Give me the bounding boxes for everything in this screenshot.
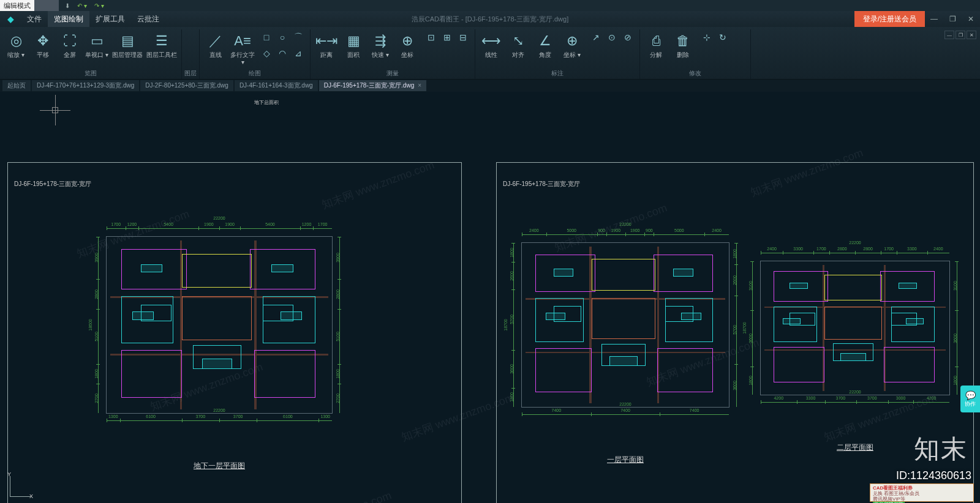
dimension-row: 74007400740022200 bbox=[522, 409, 729, 420]
room bbox=[592, 259, 655, 290]
dimension-value: 2600 bbox=[510, 271, 514, 281]
ribbon-max-icon[interactable]: ❐ bbox=[956, 31, 965, 39]
ribbon-tool[interactable]: ⛶全屏 bbox=[56, 29, 83, 59]
ucs-icon: X Y bbox=[10, 472, 34, 497]
ribbon-small-tool[interactable]: ⊹ bbox=[699, 29, 715, 45]
tool-label: 直线 bbox=[202, 51, 229, 59]
dimension-value: 1200 bbox=[302, 222, 312, 226]
ribbon-small-tool[interactable]: ⊟ bbox=[455, 29, 471, 45]
tool-icon: ／ bbox=[202, 31, 229, 51]
ribbon-small-tool[interactable]: ⊙ bbox=[604, 29, 620, 45]
dimension-value: 900 bbox=[598, 228, 605, 233]
close-button[interactable]: ✕ bbox=[962, 11, 980, 27]
dimension-value: 2400 bbox=[712, 228, 722, 233]
floor-plan-first: 2400500090019001900900500024002220074007… bbox=[521, 242, 729, 438]
dimension-value: 5000 bbox=[567, 228, 576, 233]
furniture bbox=[840, 353, 865, 360]
doc-tab[interactable]: DJ-4F-170+76+113+129-3面宽.dwg bbox=[32, 80, 139, 91]
sheet-frame-1: DJ-6F-195+178-三面宽-宽厅 1700120054001900190… bbox=[7, 162, 462, 503]
ribbon-tool[interactable]: ▤图层管理器 bbox=[110, 29, 145, 59]
ribbon-tool[interactable]: ⊕坐标 bbox=[394, 29, 421, 59]
ribbon-small-tool[interactable]: ◠ bbox=[274, 45, 290, 61]
plan-body: 2400330017002800280017003300240022200420… bbox=[760, 261, 950, 395]
ribbon-small-tool[interactable]: ↻ bbox=[715, 29, 731, 45]
dimension-value: 1800 bbox=[953, 376, 957, 386]
dimension-value: 6100 bbox=[146, 414, 156, 419]
dimension-row: 1800260057003600 bbox=[731, 243, 742, 407]
dimension-value: 1800 bbox=[510, 248, 514, 258]
dimension-row: 1700120054001900190054001200170022200 bbox=[107, 223, 332, 234]
tool-icon: ◎ bbox=[2, 31, 29, 51]
doc-tab[interactable]: DJ-4F-161+164-3面宽.dwg bbox=[235, 80, 318, 91]
minimize-button[interactable]: — bbox=[925, 11, 943, 27]
ribbon-small-tool[interactable]: ⌒ bbox=[290, 29, 306, 45]
dimension-value: 4200 bbox=[927, 396, 937, 400]
undo-icon[interactable]: ↶ ▾ bbox=[74, 2, 91, 9]
ribbon-tool[interactable]: ⟷线性 bbox=[478, 29, 505, 59]
furniture bbox=[681, 313, 701, 321]
tool-label: 角度 bbox=[532, 51, 559, 59]
ribbon-tool[interactable]: A≡多行文字 ▾ bbox=[229, 29, 256, 66]
tool-label: 坐标 bbox=[394, 51, 421, 59]
ribbon-small-tool[interactable]: ↗ bbox=[588, 29, 604, 45]
window-title: 浩辰CAD看图王 - [DJ-6F-195+178-三面宽-宽厅.dwg] bbox=[412, 15, 568, 24]
ribbon-tool[interactable]: ☰图层工具栏 bbox=[145, 29, 179, 59]
menu-item-1[interactable]: 览图绘制 bbox=[48, 11, 89, 27]
menu-item-3[interactable]: 云批注 bbox=[131, 11, 165, 27]
dimension-value: 1900 bbox=[611, 228, 620, 233]
dimension-value: 3100 bbox=[748, 281, 753, 291]
ribbon-tool[interactable]: ⇤⇥距离 bbox=[313, 29, 340, 59]
dimension-value: 3700 bbox=[233, 414, 243, 419]
login-button[interactable]: 登录/注册送会员 bbox=[854, 11, 925, 27]
ribbon-tool[interactable]: ▭单视口 ▾ bbox=[83, 29, 110, 59]
app-logo-icon[interactable]: ◆ bbox=[2, 11, 18, 27]
furniture bbox=[271, 264, 293, 273]
ribbon-tool[interactable]: ⎙分解 bbox=[643, 29, 669, 59]
ribbon-close-icon[interactable]: ✕ bbox=[967, 31, 976, 39]
ribbon-small-tool[interactable]: ◇ bbox=[258, 45, 274, 61]
ribbon-small-tool[interactable]: ⊿ bbox=[290, 45, 306, 61]
qa-save-icon[interactable]: ⬇ bbox=[61, 2, 74, 9]
dimension-row: 39002800510018002700 bbox=[334, 237, 345, 413]
dimension-value: 3300 bbox=[793, 247, 803, 251]
ribbon-tool[interactable]: ⤡对齐 bbox=[505, 29, 532, 59]
doc-tab[interactable]: DJ-2F-80+125+80-三面宽.dwg bbox=[140, 80, 233, 91]
ribbon-tool[interactable]: ∠角度 bbox=[532, 29, 559, 59]
furniture bbox=[281, 311, 303, 320]
doc-tab[interactable]: DJ-6F-195+178-三面宽-宽厅.dwg× bbox=[319, 80, 426, 91]
furniture bbox=[899, 283, 917, 289]
dimension-value: 5100 bbox=[336, 332, 340, 342]
tab-close-icon[interactable]: × bbox=[418, 82, 421, 89]
ribbon-tool[interactable]: ⇶快速 ▾ bbox=[367, 29, 394, 59]
room bbox=[182, 254, 252, 288]
sheet-title-2: DJ-6F-195+178-三面宽-宽厅 bbox=[503, 180, 580, 188]
ribbon-tool[interactable]: ⊕坐标 ▾ bbox=[559, 29, 586, 59]
ribbon-small-tool[interactable]: ⊡ bbox=[423, 29, 439, 45]
ribbon-tool[interactable]: 🗑删除 bbox=[669, 29, 696, 59]
room bbox=[592, 298, 655, 339]
redo-icon[interactable]: ↷ ▾ bbox=[91, 2, 108, 9]
mode-bar: 编辑模式 ⬇ ↶ ▾ ↷ ▾ bbox=[0, 0, 980, 11]
menu-item-0[interactable]: 文件 bbox=[21, 11, 48, 27]
ribbon-small-tool[interactable]: ○ bbox=[274, 29, 290, 45]
dimension-value: 1200 bbox=[127, 222, 137, 226]
doc-tab[interactable]: 起始页 bbox=[2, 80, 31, 91]
ribbon-small-tool[interactable]: □ bbox=[258, 29, 274, 45]
dimension-value: 5400 bbox=[265, 222, 275, 226]
ribbon-tool[interactable]: ✥平移 bbox=[29, 29, 56, 59]
ribbon-tool[interactable]: ／直线 bbox=[202, 29, 229, 59]
dimension-value: 1900 bbox=[630, 228, 640, 233]
dimension-value: 7400 bbox=[620, 408, 630, 412]
ribbon-tool[interactable]: ◎缩放 ▾ bbox=[2, 29, 29, 59]
dimension-value: 1800 bbox=[748, 376, 753, 386]
tool-label: 对齐 bbox=[505, 51, 532, 59]
drawing-canvas[interactable]: 地下总面积 DJ-6F-195+178-三面宽-宽厅 1700120054001… bbox=[0, 92, 980, 503]
menu-item-2[interactable]: 扩展工具 bbox=[89, 11, 131, 27]
ribbon-small-tool[interactable]: ⊘ bbox=[620, 29, 636, 45]
ribbon-small-tool[interactable]: ⊞ bbox=[439, 29, 455, 45]
ribbon-tool[interactable]: ▦面积 bbox=[340, 29, 367, 59]
collaborate-button[interactable]: 💬 协作 bbox=[960, 386, 980, 412]
maximize-button[interactable]: ❐ bbox=[943, 11, 962, 27]
dimension-value: 5100 bbox=[94, 332, 99, 342]
ribbon-min-icon[interactable]: — bbox=[944, 31, 954, 39]
